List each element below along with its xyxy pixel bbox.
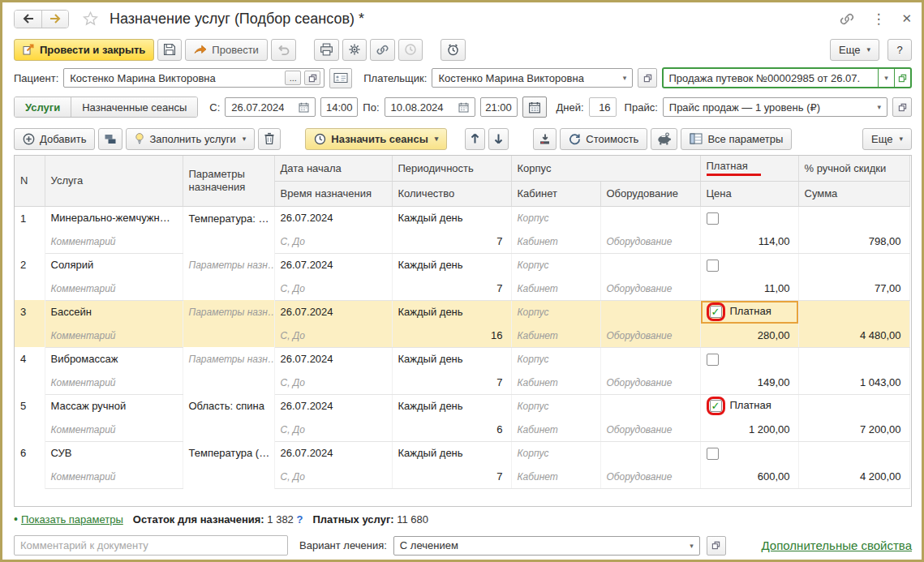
voucher-open-button[interactable]: [894, 69, 910, 87]
close-icon[interactable]: ✕: [901, 11, 912, 26]
add-row-button[interactable]: Добавить: [14, 128, 95, 150]
col-header-service[interactable]: Услуга: [45, 156, 183, 206]
to-date-field[interactable]: 10.08.2024: [385, 97, 475, 117]
table-row[interactable]: 1 Минерально-жемчужн… Температура: … 26.…: [15, 206, 909, 230]
table-row[interactable]: Комментарий С, До 7 Кабинет Оборудование…: [15, 371, 909, 394]
forward-button[interactable]: [41, 11, 68, 28]
table-row[interactable]: 4 Вибромассаж Параметры назн… 26.07.2024…: [15, 347, 909, 371]
patient-row: Пациент: Костенко Марина Викторовна ... …: [2, 64, 922, 92]
col-header-qty[interactable]: Количество: [392, 181, 511, 206]
table-row[interactable]: Комментарий С, До 7 Кабинет Оборудование…: [15, 277, 909, 300]
recalc-cost-button[interactable]: Стоимость: [560, 128, 647, 150]
from-date-field[interactable]: 26.07.2024: [225, 97, 316, 117]
patient-open-button[interactable]: [304, 71, 320, 85]
move-down-button[interactable]: [488, 128, 509, 150]
paid-checkbox[interactable]: [707, 354, 719, 366]
delete-row-button[interactable]: [258, 128, 281, 150]
col-header-discount[interactable]: % ручной скидки: [798, 156, 909, 181]
settings-gear-icon: [348, 43, 361, 56]
col-header-korpus[interactable]: Корпус: [511, 156, 700, 181]
paid-cell[interactable]: [700, 253, 798, 277]
table-row[interactable]: Комментарий С, До 7 Кабинет Оборудование…: [15, 465, 909, 488]
all-params-button[interactable]: Все параметры: [681, 128, 792, 150]
calendar-icon[interactable]: [456, 102, 471, 113]
col-header-equipment[interactable]: Оборудование: [600, 181, 700, 206]
history-button[interactable]: [398, 39, 423, 61]
col-header-period[interactable]: Периодичность: [392, 156, 511, 181]
favorite-star-icon[interactable]: [82, 11, 99, 28]
price-dropdown-icon[interactable]: ▾: [875, 103, 883, 111]
payer-field[interactable]: Костенко Марина Викторовна ▾: [432, 68, 633, 88]
paid-cell[interactable]: Платная: [700, 394, 798, 418]
treatment-open-button[interactable]: [707, 536, 726, 556]
rest-help-icon[interactable]: ?: [296, 513, 303, 526]
kebab-menu-icon[interactable]: ⋮: [871, 11, 885, 28]
voucher-field[interactable]: Продажа путевок №00002985 от 26.07. ▾: [662, 67, 912, 88]
col-header-price[interactable]: Цена: [700, 181, 798, 206]
extra-properties-link[interactable]: Дополнительные свойства: [762, 538, 912, 552]
reminder-button[interactable]: [441, 39, 466, 61]
post-and-close-button[interactable]: Провести и закрыть: [14, 39, 154, 61]
patient-ellipsis-button[interactable]: ...: [285, 71, 301, 85]
table-row[interactable]: 5 Массаж ручной Область: спина 26.07.202…: [15, 394, 909, 418]
paid-cell[interactable]: [700, 441, 798, 465]
table-row-selected[interactable]: 3 Бассейн Параметры назн… 26.07.2024 Каж…: [15, 300, 909, 324]
save-button[interactable]: [157, 39, 182, 61]
patient-field[interactable]: Костенко Марина Викторовна ...: [63, 68, 324, 88]
print-button[interactable]: [314, 39, 339, 61]
attach-link-button[interactable]: [370, 39, 395, 61]
back-button[interactable]: [15, 11, 41, 28]
more-button-top[interactable]: Еще▾: [830, 39, 879, 61]
paid-checkbox[interactable]: [710, 306, 722, 318]
paid-checkbox[interactable]: [707, 212, 719, 225]
from-time-field[interactable]: 14:00: [320, 97, 358, 117]
table-row[interactable]: 2 Солярий Параметры назн… 26.07.2024 Каж…: [15, 253, 909, 277]
fill-services-button[interactable]: Заполнить услуги▾: [126, 128, 255, 150]
tab-services[interactable]: Услуги: [15, 97, 71, 117]
paid-cell-selected[interactable]: Платная: [700, 300, 798, 324]
paid-cell[interactable]: [700, 206, 798, 230]
col-header-sum[interactable]: Сумма: [798, 181, 909, 206]
price-open-button[interactable]: [892, 97, 912, 117]
show-params-link[interactable]: Показать параметры: [21, 513, 123, 526]
assign-sessions-button[interactable]: Назначить сеансы▾: [305, 128, 447, 150]
pick-import-button[interactable]: [533, 128, 557, 150]
voucher-dropdown-icon[interactable]: ▾: [878, 69, 894, 87]
to-time-field[interactable]: 21:00: [480, 97, 518, 117]
payer-open-button[interactable]: [638, 68, 657, 88]
more-button-table[interactable]: Еще▾: [862, 128, 912, 150]
paid-cell[interactable]: [700, 347, 798, 371]
undo-button[interactable]: [271, 39, 296, 61]
document-comment-input[interactable]: [14, 535, 288, 556]
chevron-down-icon: ▾: [866, 45, 870, 54]
tab-assigned-sessions[interactable]: Назначенные сеансы: [71, 97, 197, 117]
calendar-icon[interactable]: [296, 102, 312, 113]
table-row[interactable]: Комментарий С, До 6 Кабинет Оборудование…: [15, 418, 909, 441]
col-header-kabinet[interactable]: Кабинет: [511, 181, 600, 206]
treatment-dropdown-icon[interactable]: ▾: [687, 542, 696, 550]
get-link-button[interactable]: [839, 12, 855, 26]
treatment-field[interactable]: С лечением ▾: [393, 536, 700, 556]
table-row[interactable]: Комментарий С, До 7 Кабинет Оборудование…: [15, 230, 909, 253]
table-row[interactable]: 6 СУВ Температура (… 26.07.2024 Каждый д…: [15, 441, 909, 465]
col-header-time-assign[interactable]: Время назначения: [274, 181, 392, 206]
paid-checkbox[interactable]: [707, 448, 719, 460]
move-up-button[interactable]: [465, 128, 485, 150]
post-button[interactable]: Провести: [185, 39, 268, 61]
paid-checkbox[interactable]: [707, 260, 719, 272]
copy-row-button[interactable]: [98, 128, 122, 150]
table-row-selected[interactable]: Комментарий С, До 16 Кабинет Оборудовани…: [15, 324, 909, 347]
schedule-calendar-button[interactable]: [522, 97, 547, 118]
payer-dropdown-icon[interactable]: ▾: [621, 74, 630, 82]
contact-card-button[interactable]: [329, 68, 352, 88]
days-field[interactable]: 16: [589, 97, 617, 117]
help-button[interactable]: ?: [887, 39, 912, 61]
col-header-params[interactable]: Параметры назначения: [183, 156, 274, 206]
col-header-date-start[interactable]: Дата начала: [274, 156, 392, 181]
paid-checkbox[interactable]: [710, 400, 722, 412]
price-list-field[interactable]: Прайс продаж — 1 уровень (₽) ▾: [663, 97, 887, 117]
print-settings-button[interactable]: [342, 39, 367, 61]
piggy-bank-button[interactable]: [651, 128, 677, 150]
col-header-paid[interactable]: Платная: [700, 156, 798, 181]
col-header-n[interactable]: N: [15, 156, 45, 206]
